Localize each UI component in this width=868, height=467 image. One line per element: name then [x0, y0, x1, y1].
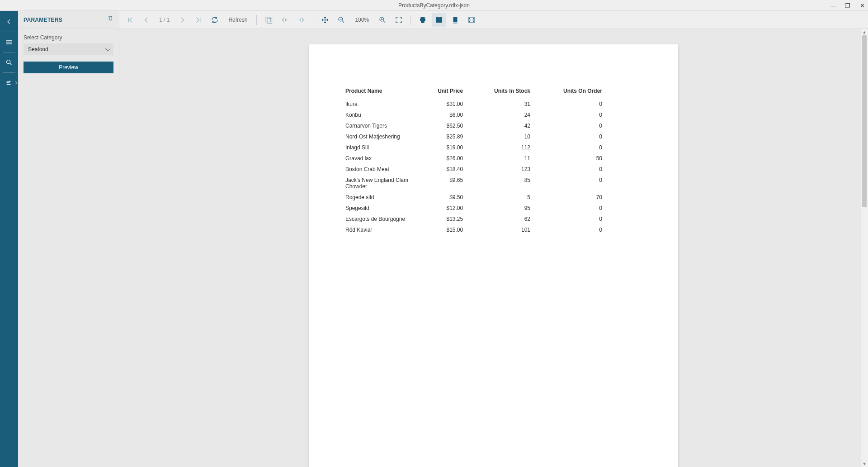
table-row: Konbu$6.00240: [344, 110, 604, 120]
fullscreen-button[interactable]: [392, 13, 406, 27]
last-page-button[interactable]: [191, 13, 206, 27]
zoom-level: 100%: [350, 17, 373, 23]
separator: [410, 15, 411, 25]
cell-units-on-order: 0: [532, 175, 604, 192]
refresh-icon[interactable]: [208, 13, 222, 27]
cell-unit-price: $9.50: [416, 192, 465, 203]
cell-product-name: Gravad lax: [344, 153, 416, 164]
history-back-button[interactable]: [278, 13, 292, 27]
cell-units-on-order: 0: [532, 224, 604, 235]
prev-page-button[interactable]: [139, 13, 154, 27]
svg-rect-4: [266, 17, 271, 22]
scroll-thumb[interactable]: [862, 35, 867, 207]
select-category-label: Select Category: [24, 34, 113, 41]
cell-unit-price: $15.00: [416, 224, 465, 235]
table-row: Gravad lax$26.001150: [344, 153, 604, 164]
table-row: Rogede sild$9.50570: [344, 192, 604, 203]
cell-units-in-stock: 101: [465, 224, 532, 235]
separator: [3, 52, 15, 52]
cell-unit-price: $18.40: [416, 164, 465, 175]
cell-units-on-order: 50: [532, 153, 604, 164]
back-icon[interactable]: [0, 13, 18, 31]
cell-units-on-order: 70: [532, 192, 604, 203]
continuous-view-button[interactable]: [448, 13, 462, 27]
cell-product-name: Inlagd Sill: [344, 142, 416, 153]
cell-units-in-stock: 11: [465, 153, 532, 164]
table-row: Boston Crab Meat$18.401230: [344, 164, 604, 175]
main-viewer: 1 / 1 Refresh: [119, 11, 868, 467]
preview-button[interactable]: Preview: [24, 62, 113, 73]
close-button[interactable]: ✕: [859, 2, 865, 9]
cell-units-in-stock: 123: [465, 164, 532, 175]
chevron-down-icon: [105, 46, 110, 51]
table-row: Nord-Ost Matjeshering$25.89100: [344, 131, 604, 142]
zoom-out-button[interactable]: [334, 13, 349, 27]
separator: [3, 32, 15, 32]
scroll-up-arrow[interactable]: ▲: [861, 29, 868, 35]
cell-units-in-stock: 10: [465, 131, 532, 142]
print-button[interactable]: [415, 13, 430, 27]
first-page-button[interactable]: [123, 13, 137, 27]
cell-product-name: Escargots de Bourgogne: [344, 214, 416, 224]
svg-point-1: [9, 81, 11, 82]
cell-units-in-stock: 5: [465, 192, 532, 203]
cell-product-name: Spegesild: [344, 203, 416, 214]
cell-unit-price: $25.89: [416, 131, 465, 142]
category-select[interactable]: Seafood: [24, 43, 113, 55]
maximize-button[interactable]: ❐: [844, 2, 851, 9]
svg-point-2: [7, 82, 9, 84]
cell-product-name: Jack's New England Clam Chowder: [344, 175, 416, 192]
table-row: Inlagd Sill$19.001120: [344, 142, 604, 153]
separator: [313, 15, 313, 25]
cell-product-name: Konbu: [344, 110, 416, 120]
table-row: Spegesild$12.00950: [344, 203, 604, 214]
cell-units-on-order: 0: [532, 131, 604, 142]
galley-view-button[interactable]: [464, 13, 479, 27]
history-forward-button[interactable]: [294, 13, 308, 27]
scroll-down-arrow[interactable]: ▼: [861, 461, 868, 467]
col-units-on-order: Units On Order: [532, 85, 604, 99]
parameters-panel: PARAMETERS Select Category Seafood Previ…: [18, 11, 119, 467]
table-row: Carnarvon Tigers$62.50420: [344, 120, 604, 131]
cell-product-name: Boston Crab Meat: [344, 164, 416, 175]
cell-units-on-order: 0: [532, 142, 604, 153]
cell-unit-price: $62.50: [416, 120, 465, 131]
report-viewer-area[interactable]: Product Name Unit Price Units In Stock U…: [119, 29, 868, 467]
cell-unit-price: $26.00: [416, 153, 465, 164]
cell-units-on-order: 0: [532, 120, 604, 131]
zoom-in-button[interactable]: [375, 13, 390, 27]
search-icon[interactable]: [0, 53, 18, 71]
cancel-button[interactable]: [261, 13, 276, 27]
products-table: Product Name Unit Price Units In Stock U…: [344, 85, 604, 235]
cell-units-in-stock: 62: [465, 214, 532, 224]
separator: [3, 72, 15, 73]
cell-units-on-order: 0: [532, 203, 604, 214]
left-nav: [0, 11, 18, 467]
settings-icon[interactable]: [0, 74, 18, 92]
cell-unit-price: $19.00: [416, 142, 465, 153]
cell-units-in-stock: 31: [465, 99, 532, 110]
report-page: Product Name Unit Price Units In Stock U…: [309, 44, 678, 467]
cell-units-on-order: 0: [532, 110, 604, 120]
svg-point-0: [7, 60, 10, 64]
cell-unit-price: $31.00: [416, 99, 465, 110]
cell-product-name: Ikura: [344, 99, 416, 110]
pan-mode-button[interactable]: [318, 13, 332, 27]
table-row: Röd Kaviar$15.001010: [344, 224, 604, 235]
menu-icon[interactable]: [0, 33, 18, 51]
minimize-button[interactable]: —: [830, 2, 836, 9]
col-units-in-stock: Units In Stock: [465, 85, 532, 99]
col-unit-price: Unit Price: [416, 85, 465, 99]
table-header-row: Product Name Unit Price Units In Stock U…: [344, 85, 604, 99]
cell-product-name: Röd Kaviar: [344, 224, 416, 235]
category-selected-value: Seafood: [28, 46, 48, 52]
single-page-view-button[interactable]: [432, 13, 446, 27]
table-row: Escargots de Bourgogne$13.25620: [344, 214, 604, 224]
cell-units-in-stock: 42: [465, 120, 532, 131]
title-bar: ProductsByCategory.rdlx-json — ❐ ✕: [0, 0, 868, 11]
next-page-button[interactable]: [175, 13, 189, 27]
pin-icon[interactable]: [107, 16, 113, 24]
vertical-scrollbar[interactable]: ▲ ▼: [861, 29, 868, 467]
table-row: Ikura$31.00310: [344, 99, 604, 110]
cell-units-in-stock: 95: [465, 203, 532, 214]
